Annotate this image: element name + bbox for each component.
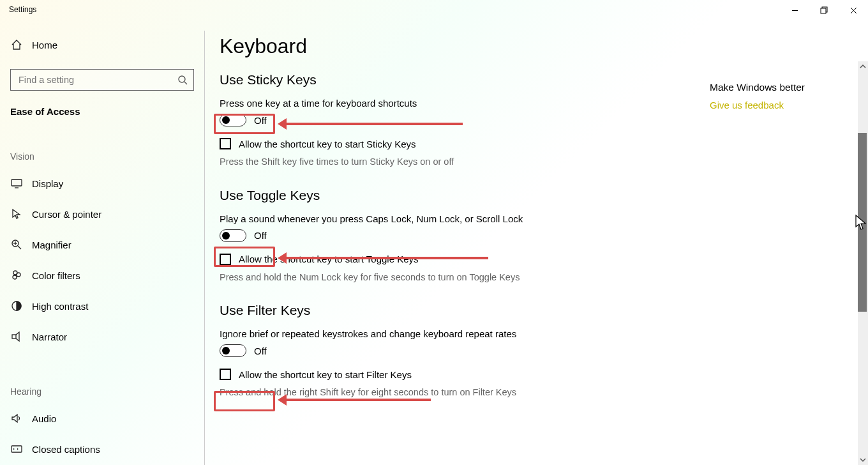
home-icon bbox=[10, 38, 23, 51]
filter-keys-checkbox-label: Allow the shortcut key to start Filter K… bbox=[239, 369, 412, 380]
toggle-keys-desc: Play a sound whenever you press Caps Loc… bbox=[220, 213, 526, 224]
scrollbar-down-icon[interactable] bbox=[858, 455, 868, 465]
cursor-icon bbox=[855, 215, 867, 231]
svg-point-14 bbox=[17, 273, 20, 277]
annotation-box-toggle bbox=[214, 247, 275, 267]
sidebar-item-label: Display bbox=[32, 178, 63, 189]
filter-keys-heading: Use Filter Keys bbox=[220, 303, 526, 318]
search-box[interactable] bbox=[10, 69, 194, 91]
sticky-keys-hint: Press the Shift key five times to turn S… bbox=[220, 156, 526, 169]
sticky-keys-heading: Use Sticky Keys bbox=[220, 72, 526, 88]
sidebar-home[interactable]: Home bbox=[0, 29, 204, 60]
svg-line-10 bbox=[18, 246, 21, 249]
sidebar-item-display[interactable]: Display bbox=[0, 168, 204, 199]
sticky-keys-checkbox-label: Allow the shortcut key to start Sticky K… bbox=[239, 139, 416, 149]
maximize-button[interactable] bbox=[809, 0, 839, 20]
sidebar-item-high-contrast[interactable]: High contrast bbox=[0, 291, 204, 321]
svg-point-5 bbox=[179, 76, 185, 82]
vertical-scrollbar[interactable] bbox=[858, 61, 868, 465]
sidebar-item-color-filters[interactable]: Color filters bbox=[0, 260, 204, 291]
sidebar-item-narrator[interactable]: Narrator bbox=[0, 321, 204, 352]
toggle-keys-hint: Press and hold the Num Lock key for five… bbox=[220, 271, 526, 284]
filter-keys-desc: Ignore brief or repeated keystrokes and … bbox=[220, 328, 526, 339]
svg-rect-2 bbox=[821, 8, 826, 13]
filter-keys-toggle[interactable] bbox=[220, 344, 246, 357]
page-title: Keyboard bbox=[220, 34, 850, 58]
titlebar: Settings bbox=[0, 0, 868, 20]
search-icon bbox=[172, 75, 193, 85]
sidebar-item-label: Cursor & pointer bbox=[32, 209, 101, 220]
scrollbar-up-icon[interactable] bbox=[858, 61, 868, 72]
pointer-icon bbox=[10, 208, 23, 220]
search-input[interactable] bbox=[11, 75, 172, 85]
settings-app: Settings Home bbox=[0, 0, 868, 465]
section-toggle-keys: Use Toggle Keys Play a sound whenever yo… bbox=[220, 188, 526, 284]
divider bbox=[204, 31, 205, 465]
sidebar-item-closed-captions[interactable]: Closed captions bbox=[0, 434, 204, 464]
group-vision-header: Vision bbox=[10, 151, 204, 162]
rail-title: Make Windows better bbox=[710, 82, 837, 93]
magnifier-icon bbox=[10, 238, 23, 251]
minimize-button[interactable] bbox=[780, 0, 809, 20]
filter-keys-shortcut-checkbox[interactable] bbox=[220, 369, 231, 380]
captions-icon bbox=[10, 443, 23, 455]
svg-rect-7 bbox=[11, 179, 22, 186]
sidebar-item-label: Narrator bbox=[32, 332, 67, 342]
sidebar-item-label: Audio bbox=[32, 413, 56, 424]
sticky-keys-desc: Press one key at a time for keyboard sho… bbox=[220, 98, 526, 109]
display-icon bbox=[10, 177, 23, 190]
toggle-keys-toggle-label: Off bbox=[254, 230, 267, 241]
high-contrast-icon bbox=[10, 300, 23, 312]
home-label: Home bbox=[32, 40, 57, 50]
narrator-icon bbox=[10, 330, 23, 343]
section-filter-keys: Use Filter Keys Ignore brief or repeated… bbox=[220, 303, 526, 399]
toggle-keys-toggle[interactable] bbox=[220, 229, 246, 242]
svg-rect-18 bbox=[11, 446, 22, 452]
svg-line-6 bbox=[184, 82, 187, 84]
toggle-keys-heading: Use Toggle Keys bbox=[220, 188, 526, 203]
annotation-box-filter bbox=[214, 391, 275, 411]
sidebar-item-magnifier[interactable]: Magnifier bbox=[0, 229, 204, 260]
window-title: Settings bbox=[9, 5, 36, 14]
category-label: Ease of Access bbox=[10, 106, 204, 117]
sidebar-item-label: Color filters bbox=[32, 270, 80, 281]
color-filters-icon bbox=[10, 269, 23, 282]
audio-icon bbox=[10, 412, 23, 425]
search-wrap bbox=[10, 69, 194, 91]
group-hearing-header: Hearing bbox=[10, 386, 204, 397]
sidebar-item-label: Magnifier bbox=[32, 240, 71, 250]
sticky-keys-shortcut-checkbox[interactable] bbox=[220, 138, 231, 149]
close-button[interactable] bbox=[839, 0, 868, 20]
window-controls bbox=[780, 0, 868, 20]
sidebar-item-label: High contrast bbox=[32, 301, 88, 312]
sidebar-item-cursor-pointer[interactable]: Cursor & pointer bbox=[0, 199, 204, 229]
sidebar-item-audio[interactable]: Audio bbox=[0, 403, 204, 434]
svg-rect-17 bbox=[12, 335, 16, 339]
filter-keys-toggle-label: Off bbox=[254, 346, 267, 356]
feedback-link[interactable]: Give us feedback bbox=[710, 100, 837, 111]
svg-point-15 bbox=[13, 275, 17, 279]
sidebar-item-label: Closed captions bbox=[32, 444, 100, 455]
sidebar: Home Ease of Access Vision Display Curso… bbox=[0, 20, 204, 465]
right-rail: Make Windows better Give us feedback bbox=[710, 82, 837, 111]
annotation-box-sticky bbox=[214, 114, 275, 134]
